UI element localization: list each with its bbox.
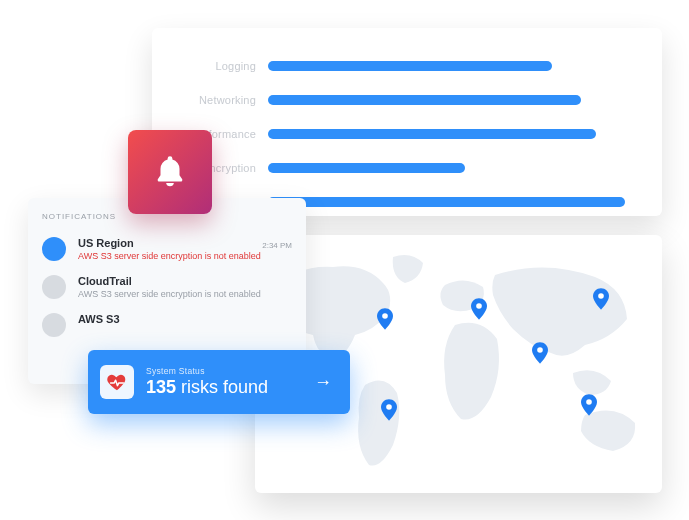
map-pin-icon[interactable]: [532, 342, 548, 364]
notification-time: 2:34 PM: [262, 241, 292, 250]
bar-track: [268, 163, 632, 173]
map-pin-icon[interactable]: [381, 399, 397, 421]
bar-row: Logging: [182, 52, 632, 80]
svg-point-3: [537, 347, 543, 353]
bar-track: [268, 61, 632, 71]
notification-body: AWS S3: [78, 313, 292, 325]
map-pin-icon[interactable]: [471, 298, 487, 320]
bar-fill: [268, 95, 581, 105]
bar-track: [268, 197, 632, 207]
svg-point-1: [382, 314, 388, 320]
notification-body: CloudTrail AWS S3 server side encryption…: [78, 275, 292, 299]
bar-label: Networking: [182, 94, 268, 106]
notification-status-dot: [42, 237, 66, 261]
map-pin-icon[interactable]: [377, 308, 393, 330]
svg-point-2: [476, 303, 482, 309]
notification-desc: AWS S3 server side encryption is not ena…: [78, 289, 292, 299]
bell-icon: [151, 153, 189, 191]
bar-track: [268, 95, 632, 105]
svg-point-0: [386, 404, 392, 410]
arrow-right-icon: →: [314, 372, 332, 393]
bar-row: Performance: [182, 120, 632, 148]
map-pin-icon[interactable]: [581, 394, 597, 416]
notification-desc: AWS S3 server side encryption is not ena…: [78, 251, 292, 261]
notification-status-dot: [42, 275, 66, 299]
bar-fill: [268, 129, 596, 139]
bar-row: Encryption: [182, 154, 632, 182]
status-label: System Status: [146, 366, 314, 376]
metrics-panel: Logging Networking Performance Encryptio…: [152, 28, 662, 216]
status-text: System Status 135 risks found: [146, 366, 314, 398]
svg-point-5: [598, 293, 604, 299]
bar-track: [268, 129, 632, 139]
bar-fill: [268, 61, 552, 71]
bar-row: Networking: [182, 86, 632, 114]
bar-label: Logging: [182, 60, 268, 72]
notification-status-dot: [42, 313, 66, 337]
notification-name: AWS S3: [78, 313, 292, 325]
bar-fill: [268, 197, 625, 207]
notification-name: US Region: [78, 237, 292, 249]
bar-fill: [268, 163, 465, 173]
system-status-card[interactable]: System Status 135 risks found →: [88, 350, 350, 414]
map-pin-icon[interactable]: [593, 288, 609, 310]
status-suffix: risks found: [181, 377, 268, 397]
status-value: 135 risks found: [146, 377, 314, 398]
notification-body: US Region AWS S3 server side encryption …: [78, 237, 292, 261]
notification-item[interactable]: AWS S3: [42, 307, 292, 345]
svg-point-4: [586, 399, 592, 405]
notification-name: CloudTrail: [78, 275, 292, 287]
status-count: 135: [146, 377, 176, 397]
notification-item[interactable]: CloudTrail AWS S3 server side encryption…: [42, 269, 292, 307]
notification-item[interactable]: US Region AWS S3 server side encryption …: [42, 231, 292, 269]
heartbeat-icon: [100, 365, 134, 399]
heart-pulse-icon: [106, 371, 128, 393]
alert-badge[interactable]: [128, 130, 212, 214]
